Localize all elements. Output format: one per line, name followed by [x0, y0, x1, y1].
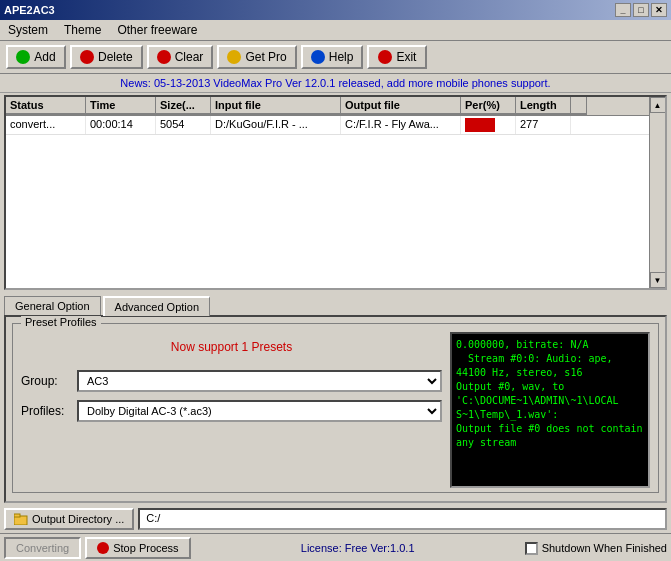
- shutdown-checkbox[interactable]: [525, 542, 538, 555]
- close-button[interactable]: ✕: [651, 3, 667, 17]
- menu-other[interactable]: Other freeware: [113, 22, 201, 38]
- delete-icon: [80, 50, 94, 64]
- options-panel: Preset Profiles Now support 1 Presets Gr…: [4, 315, 667, 503]
- delete-button[interactable]: Delete: [70, 45, 143, 69]
- action-bar: Converting Stop Process License: Free Ve…: [0, 533, 671, 561]
- profiles-label: Profiles:: [21, 404, 71, 418]
- profiles-row: Profiles: Dolby Digital AC-3 (*.ac3): [21, 400, 442, 422]
- stop-process-button[interactable]: Stop Process: [85, 537, 190, 559]
- group-select[interactable]: AC3: [77, 370, 442, 392]
- window-title: APE2AC3: [4, 4, 55, 16]
- shutdown-area: Shutdown When Finished: [525, 542, 667, 555]
- getpro-icon: [227, 50, 241, 64]
- folder-icon: [14, 513, 28, 525]
- tabs-area: General Option Advanced Option: [0, 292, 671, 315]
- minimize-button[interactable]: _: [615, 3, 631, 17]
- col-per: Per(%): [461, 97, 516, 115]
- table-header: Status Time Size(... Input file Output f…: [6, 97, 649, 116]
- tab-general[interactable]: General Option: [4, 296, 101, 315]
- news-bar: News: 05-13-2013 VideoMax Pro Ver 12.0.1…: [0, 74, 671, 93]
- table-row[interactable]: convert... 00:00:14 5054 D:/KuGou/F.I.R …: [6, 116, 649, 135]
- tab-advanced[interactable]: Advanced Option: [103, 296, 210, 316]
- profiles-select[interactable]: Dolby Digital AC-3 (*.ac3): [77, 400, 442, 422]
- clear-icon: [157, 50, 171, 64]
- col-output: Output file: [341, 97, 461, 115]
- output-directory-button[interactable]: Output Directory ...: [4, 508, 134, 530]
- exit-icon: [378, 50, 392, 64]
- main-table: Status Time Size(... Input file Output f…: [4, 95, 667, 290]
- log-text: 0.000000, bitrate: N/A Stream #0:0: Audi…: [456, 338, 644, 450]
- scrollbar-vertical[interactable]: ▲ ▼: [649, 97, 665, 288]
- stop-icon: [97, 542, 109, 554]
- maximize-button[interactable]: □: [633, 3, 649, 17]
- preset-legend: Preset Profiles: [21, 316, 101, 328]
- cell-output: C:/F.I.R - Fly Awa...: [341, 116, 461, 134]
- converting-button: Converting: [4, 537, 81, 559]
- svg-rect-1: [14, 514, 20, 517]
- license-text: License: Free Ver:1.0.1: [195, 542, 521, 554]
- col-time: Time: [86, 97, 156, 115]
- group-label: Group:: [21, 374, 71, 388]
- shutdown-label: Shutdown When Finished: [542, 542, 667, 554]
- menu-system[interactable]: System: [4, 22, 52, 38]
- col-status: Status: [6, 97, 86, 115]
- exit-button[interactable]: Exit: [367, 45, 427, 69]
- toolbar: Add Delete Clear Get Pro Help Exit: [0, 41, 671, 74]
- output-directory-area: Output Directory ... C:/: [4, 505, 667, 533]
- title-bar-buttons: _ □ ✕: [615, 3, 667, 17]
- news-text: News: 05-13-2013 VideoMax Pro Ver 12.0.1…: [120, 77, 550, 89]
- output-path[interactable]: C:/: [138, 508, 667, 530]
- progress-bar: [465, 118, 495, 132]
- cell-input: D:/KuGou/F.I.R - ...: [211, 116, 341, 134]
- group-row: Group: AC3: [21, 370, 442, 392]
- add-button[interactable]: Add: [6, 45, 66, 69]
- col-length: Length: [516, 97, 571, 115]
- cell-per: [461, 116, 516, 134]
- cell-length: 277: [516, 116, 571, 134]
- cell-size: 5054: [156, 116, 211, 134]
- scroll-down-button[interactable]: ▼: [650, 272, 666, 288]
- preset-title: Now support 1 Presets: [21, 332, 442, 362]
- col-size: Size(...: [156, 97, 211, 115]
- add-icon: [16, 50, 30, 64]
- menu-theme[interactable]: Theme: [60, 22, 105, 38]
- clear-button[interactable]: Clear: [147, 45, 214, 69]
- log-panel: 0.000000, bitrate: N/A Stream #0:0: Audi…: [450, 332, 650, 488]
- title-bar: APE2AC3 _ □ ✕: [0, 0, 671, 20]
- preset-group: Preset Profiles Now support 1 Presets Gr…: [12, 323, 659, 493]
- preset-content: Now support 1 Presets Group: AC3 Profile…: [21, 328, 650, 488]
- cell-time: 00:00:14: [86, 116, 156, 134]
- col-input: Input file: [211, 97, 341, 115]
- col-scroll: [571, 97, 587, 115]
- scroll-up-button[interactable]: ▲: [650, 97, 666, 113]
- help-button[interactable]: Help: [301, 45, 364, 69]
- cell-status: convert...: [6, 116, 86, 134]
- help-icon: [311, 50, 325, 64]
- preset-left: Now support 1 Presets Group: AC3 Profile…: [21, 332, 442, 488]
- menu-bar: System Theme Other freeware: [0, 20, 671, 41]
- getpro-button[interactable]: Get Pro: [217, 45, 296, 69]
